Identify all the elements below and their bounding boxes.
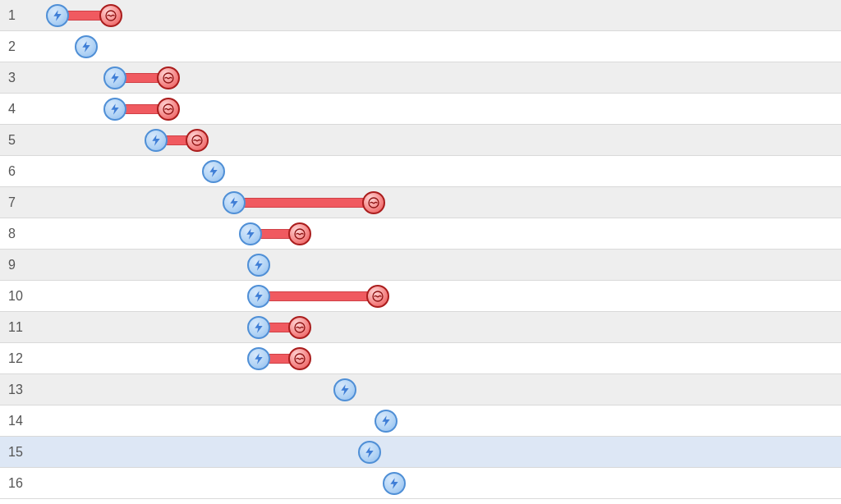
row-number-label: 6 — [0, 164, 33, 179]
face-icon[interactable] — [362, 191, 385, 214]
lightning-icon[interactable] — [239, 222, 262, 245]
row-number-label: 9 — [0, 258, 33, 273]
lightning-icon[interactable] — [247, 254, 270, 277]
face-icon[interactable] — [366, 285, 389, 308]
timeline-row: 6 — [0, 156, 841, 187]
lightning-icon[interactable] — [75, 35, 98, 58]
timeline-row: 9 — [0, 250, 841, 281]
row-number-label: 5 — [0, 133, 33, 148]
timeline-row: 4 — [0, 94, 841, 125]
row-number-label: 15 — [0, 445, 33, 460]
row-number-label: 13 — [0, 383, 33, 397]
duration-bar — [234, 198, 374, 208]
timeline-chart: 12345678910111213141516 — [0, 0, 841, 499]
face-icon[interactable] — [99, 4, 122, 27]
face-icon[interactable] — [288, 316, 311, 339]
row-track — [33, 187, 841, 218]
row-number-label: 11 — [0, 320, 33, 335]
timeline-row: 14 — [0, 405, 841, 437]
lightning-icon[interactable] — [145, 129, 168, 152]
timeline-row: 11 — [0, 312, 841, 343]
row-track — [33, 281, 841, 311]
face-icon[interactable] — [157, 98, 180, 121]
row-track — [33, 125, 841, 155]
timeline-row: 15 — [0, 437, 841, 468]
lightning-icon[interactable] — [247, 285, 270, 308]
row-number-label: 3 — [0, 71, 33, 85]
timeline-row: 7 — [0, 187, 841, 218]
lightning-icon[interactable] — [247, 347, 270, 370]
face-icon[interactable] — [288, 222, 311, 245]
timeline-row: 8 — [0, 218, 841, 250]
row-track — [33, 218, 841, 249]
face-icon[interactable] — [157, 66, 180, 89]
lightning-icon[interactable] — [103, 98, 126, 121]
face-icon[interactable] — [186, 129, 209, 152]
lightning-icon[interactable] — [333, 378, 356, 401]
row-track — [33, 31, 841, 62]
lightning-icon[interactable] — [103, 66, 126, 89]
row-track — [33, 156, 841, 186]
row-track — [33, 374, 841, 405]
lightning-icon[interactable] — [375, 410, 398, 433]
row-number-label: 7 — [0, 195, 33, 210]
row-number-label: 12 — [0, 351, 33, 366]
row-track — [33, 437, 841, 467]
row-number-label: 16 — [0, 476, 33, 491]
row-number-label: 1 — [0, 8, 33, 23]
timeline-row: 5 — [0, 125, 841, 156]
timeline-row: 10 — [0, 281, 841, 312]
timeline-row: 12 — [0, 343, 841, 374]
row-track — [33, 0, 841, 30]
timeline-row: 3 — [0, 62, 841, 94]
row-track — [33, 343, 841, 373]
lightning-icon[interactable] — [383, 472, 406, 495]
row-track — [33, 94, 841, 124]
lightning-icon[interactable] — [358, 441, 381, 464]
row-number-label: 4 — [0, 102, 33, 117]
lightning-icon[interactable] — [247, 316, 270, 339]
row-number-label: 8 — [0, 227, 33, 241]
face-icon[interactable] — [288, 347, 311, 370]
duration-bar — [259, 291, 378, 301]
row-track — [33, 62, 841, 93]
row-track — [33, 468, 841, 498]
row-track — [33, 312, 841, 342]
row-number-label: 14 — [0, 414, 33, 428]
row-number-label: 2 — [0, 39, 33, 54]
timeline-row: 2 — [0, 31, 841, 62]
timeline-row: 16 — [0, 468, 841, 499]
row-track — [33, 250, 841, 280]
row-number-label: 10 — [0, 289, 33, 304]
timeline-row: 13 — [0, 374, 841, 405]
lightning-icon[interactable] — [46, 4, 69, 27]
lightning-icon[interactable] — [202, 160, 225, 183]
timeline-row: 1 — [0, 0, 841, 31]
lightning-icon[interactable] — [223, 191, 246, 214]
row-track — [33, 405, 841, 436]
